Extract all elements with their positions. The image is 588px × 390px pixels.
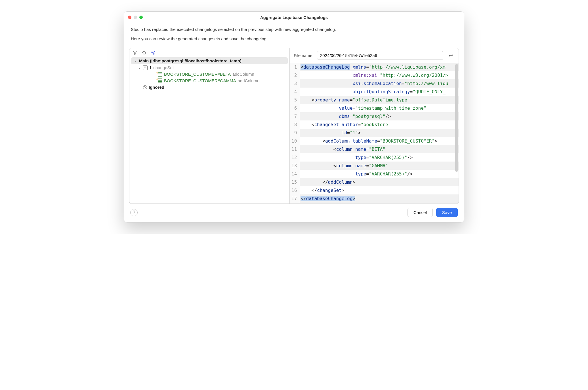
- save-button[interactable]: Save: [436, 208, 458, 217]
- dialog-footer: ? Cancel Save: [124, 204, 464, 222]
- gutter-line: 2: [291, 71, 297, 79]
- dialog-window: Aggregate Liquibase Changelogs Studio ha…: [124, 11, 464, 222]
- xml-editor[interactable]: 1234567891011121314151617 <databaseChang…: [290, 63, 459, 204]
- code-line[interactable]: </addColumn>: [300, 178, 459, 186]
- code-line[interactable]: <databaseChangeLog xmlns="http://www.liq…: [300, 63, 459, 71]
- chevron-down-icon[interactable]: [133, 59, 137, 63]
- tree-node-addcolumn-gamma[interactable]: BOOKSTORE_CUSTOMER#GAMMA addColumn: [129, 77, 289, 84]
- gutter-line: 11: [291, 145, 297, 153]
- titlebar: Aggregate Liquibase Changelogs: [124, 12, 464, 23]
- addcolumn-gamma-name: BOOKSTORE_CUSTOMER#GAMMA: [164, 78, 236, 83]
- add-column-icon: [158, 72, 162, 77]
- editor-panel: File name: ↩ 1234567891011121314151617 <…: [290, 48, 459, 204]
- add-column-icon: [158, 79, 162, 83]
- file-name-label: File name:: [294, 53, 314, 58]
- ignored-label: Ignored: [149, 85, 164, 90]
- changeset-icon: [143, 65, 148, 70]
- gutter-line: 14: [291, 170, 297, 178]
- file-name-input[interactable]: [317, 51, 443, 60]
- tree-node-main[interactable]: Main (jdbc:postgresql://localhost/bookst…: [131, 57, 288, 64]
- addcolumn-beta-name: BOOKSTORE_CUSTOMER#BETA: [164, 72, 231, 77]
- code-line[interactable]: type="VARCHAR(255)"/>: [300, 170, 459, 178]
- footer-buttons: Cancel Save: [408, 208, 458, 217]
- code-line[interactable]: </databaseChangeLog>: [300, 194, 459, 203]
- undo-icon[interactable]: ↩: [447, 52, 455, 60]
- help-button[interactable]: ?: [130, 209, 138, 216]
- code-line[interactable]: </changeSet>: [300, 186, 459, 194]
- code-line[interactable]: type="VARCHAR(255)"/>: [300, 153, 459, 162]
- code-line[interactable]: dbms="postgresql"/>: [300, 112, 459, 120]
- tree-node-changeset[interactable]: 1 changeSet: [129, 64, 289, 71]
- gutter-line: 12: [291, 153, 297, 162]
- code-line[interactable]: xsi:schemaLocation="http://www.liqu: [300, 79, 459, 88]
- file-name-row: File name: ↩: [290, 48, 459, 63]
- code-line[interactable]: xmlns:xsi="http://www.w3.org/2001/>: [300, 71, 459, 79]
- code-line[interactable]: <property name="offsetDateTime.type": [300, 96, 459, 104]
- gutter-line: 15: [291, 178, 297, 186]
- gutter-line: 7: [291, 112, 297, 120]
- code-line[interactable]: <column name="BETA": [300, 145, 459, 153]
- gutter-line: 16: [291, 186, 297, 194]
- changeset-count: 1: [149, 65, 152, 70]
- gutter-line: 5: [291, 96, 297, 104]
- code-line[interactable]: <addColumn tableName="BOOKSTORE_CUSTOMER…: [300, 137, 459, 145]
- window-controls: [128, 16, 143, 19]
- addcolumn-gamma-kind: addColumn: [238, 78, 260, 83]
- gutter-line: 3: [291, 79, 297, 88]
- svg-point-0: [153, 52, 154, 54]
- changelog-tree-panel: Main (jdbc:postgresql://localhost/bookst…: [129, 48, 290, 204]
- gear-icon[interactable]: [150, 50, 156, 56]
- tree-main-label: Main (jdbc:postgresql://localhost/bookst…: [139, 58, 242, 63]
- ignored-icon: [143, 85, 147, 89]
- changeset-suffix: changeSet: [153, 65, 174, 70]
- code-line[interactable]: objectQuotingStrategy="QUOTE_ONLY_: [300, 88, 459, 96]
- gutter-line: 10: [291, 137, 297, 145]
- content-split: Main (jdbc:postgresql://localhost/bookst…: [129, 48, 459, 204]
- tree-node-addcolumn-beta[interactable]: BOOKSTORE_CUSTOMER#BETA addColumn: [129, 71, 289, 77]
- code-line[interactable]: id="1">: [300, 129, 459, 137]
- code-line[interactable]: <column name="GAMMA": [300, 162, 459, 170]
- gutter-line: 4: [291, 88, 297, 96]
- tree-toolbar: [129, 48, 289, 57]
- gutter-line: 13: [291, 162, 297, 170]
- gutter-line: 8: [291, 120, 297, 129]
- code-line[interactable]: <changeSet author="bookstore": [300, 120, 459, 129]
- reload-icon[interactable]: [141, 50, 147, 56]
- zoom-icon[interactable]: [139, 16, 143, 19]
- tree-node-ignored[interactable]: Ignored: [129, 84, 289, 90]
- gutter-line: 6: [291, 104, 297, 112]
- cancel-button[interactable]: Cancel: [408, 208, 433, 217]
- editor-code[interactable]: <databaseChangeLog xmlns="http://www.liq…: [300, 63, 459, 204]
- filter-icon[interactable]: [132, 50, 138, 56]
- editor-gutter: 1234567891011121314151617: [290, 63, 300, 204]
- dialog-description: Studio has replaced the executed changel…: [124, 23, 464, 48]
- description-line-1: Studio has replaced the executed changel…: [131, 27, 457, 32]
- changelog-tree: Main (jdbc:postgresql://localhost/bookst…: [129, 57, 289, 204]
- code-line[interactable]: value="timestamp with time zone": [300, 104, 459, 112]
- dialog-title: Aggregate Liquibase Changelogs: [124, 15, 464, 20]
- gutter-line: 17: [291, 194, 297, 203]
- description-line-2: Here you can review the generated change…: [131, 36, 457, 41]
- gutter-line: 1: [291, 63, 297, 71]
- minimize-icon[interactable]: [134, 16, 137, 19]
- gutter-line: 9: [291, 129, 297, 137]
- addcolumn-beta-kind: addColumn: [232, 72, 254, 77]
- close-icon[interactable]: [128, 16, 131, 19]
- chevron-down-icon[interactable]: [137, 66, 141, 69]
- scrollbar[interactable]: [455, 64, 458, 172]
